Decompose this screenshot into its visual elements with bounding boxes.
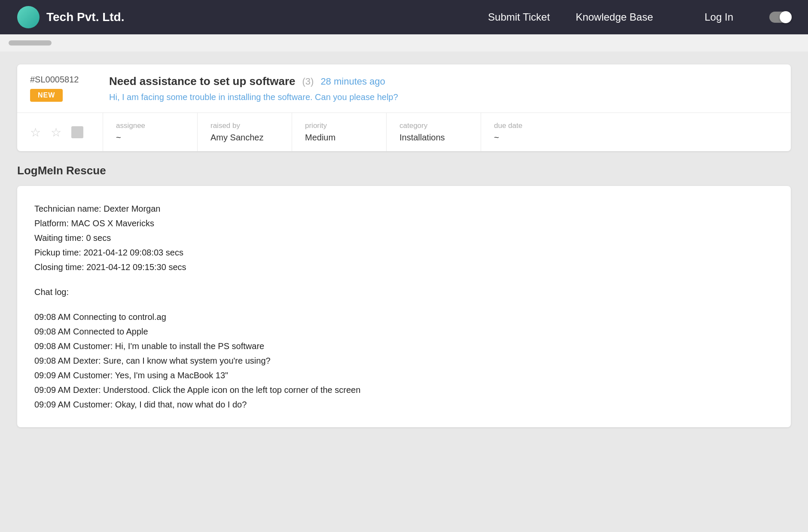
chat-line-5: 09:09 AM Dexter: Understood. Click the A… bbox=[34, 383, 774, 397]
category-value: Installations bbox=[399, 133, 468, 143]
ticket-header: #SL0005812 NEW Need assistance to set up… bbox=[17, 64, 791, 113]
ticket-id-area: #SL0005812 NEW bbox=[30, 75, 99, 102]
ticket-actions: ☆ ☆ bbox=[17, 113, 103, 151]
ticket-status-badge: NEW bbox=[30, 89, 63, 102]
ticket-title-row: Need assistance to set up software (3) 2… bbox=[109, 75, 778, 88]
ticket-title: Need assistance to set up software bbox=[109, 75, 295, 88]
ticket-reply-count: (3) bbox=[302, 76, 314, 87]
toggle-thumb bbox=[780, 11, 792, 23]
brand-logo bbox=[17, 6, 40, 28]
ticket-description: Hi, I am facing some trouble in installi… bbox=[109, 92, 778, 102]
log-spacer-2 bbox=[34, 299, 774, 310]
raised-by-label: raised by bbox=[210, 122, 279, 130]
log-line-waiting: Waiting time: 0 secs bbox=[34, 231, 774, 245]
nav-login[interactable]: Log In bbox=[704, 11, 733, 23]
field-due-date: due date ~ bbox=[481, 113, 576, 151]
field-category: category Installations bbox=[387, 113, 481, 151]
log-spacer-1 bbox=[34, 274, 774, 285]
toggle-track[interactable] bbox=[769, 12, 791, 23]
nav-submit-ticket[interactable]: Submit Ticket bbox=[488, 11, 550, 23]
logmein-section-title: LogMeIn Rescue bbox=[17, 164, 791, 177]
ticket-id: #SL0005812 bbox=[30, 75, 99, 85]
field-raised-by: raised by Amy Sanchez bbox=[198, 113, 292, 151]
ticket-info: Need assistance to set up software (3) 2… bbox=[109, 75, 778, 102]
scrollbar-track[interactable] bbox=[9, 40, 52, 46]
ticket-time: 28 minutes ago bbox=[320, 76, 385, 87]
log-line-closing: Closing time: 2021-04-12 09:15:30 secs bbox=[34, 260, 774, 274]
brand-title: Tech Pvt. Ltd. bbox=[46, 10, 125, 24]
chat-log-lines: 09:08 AM Connecting to control.ag 09:08 … bbox=[34, 310, 774, 412]
chat-line-4: 09:09 AM Customer: Yes, I'm using a MacB… bbox=[34, 368, 774, 383]
main-content: #SL0005812 NEW Need assistance to set up… bbox=[0, 52, 808, 440]
raised-by-value: Amy Sanchez bbox=[210, 133, 279, 143]
log-line-pickup: Pickup time: 2021-04-12 09:08:03 secs bbox=[34, 245, 774, 260]
scrollbar-area bbox=[0, 34, 808, 52]
field-priority: priority Medium bbox=[292, 113, 387, 151]
log-line-technician: Technician name: Dexter Morgan bbox=[34, 201, 774, 216]
chat-line-3: 09:08 AM Dexter: Sure, can I know what s… bbox=[34, 353, 774, 368]
header: Tech Pvt. Ltd. Submit Ticket Knowledge B… bbox=[0, 0, 808, 34]
log-card: Technician name: Dexter Morgan Platform:… bbox=[17, 186, 791, 427]
assignee-value: ~ bbox=[116, 133, 184, 143]
priority-value: Medium bbox=[305, 133, 373, 143]
star-icon-1[interactable]: ☆ bbox=[30, 125, 44, 139]
log-info-lines: Technician name: Dexter Morgan Platform:… bbox=[34, 201, 774, 274]
assignee-label: assignee bbox=[116, 122, 184, 130]
field-assignee: assignee ~ bbox=[103, 113, 198, 151]
star-icon-2[interactable]: ☆ bbox=[51, 125, 64, 139]
due-date-value: ~ bbox=[494, 133, 563, 143]
log-line-platform: Platform: MAC OS X Mavericks bbox=[34, 216, 774, 231]
checkbox-icon[interactable] bbox=[71, 126, 83, 138]
chat-log-label: Chat log: bbox=[34, 285, 774, 299]
ticket-meta-row: ☆ ☆ assignee ~ raised by Amy Sanchez pri… bbox=[17, 113, 791, 151]
chat-line-0: 09:08 AM Connecting to control.ag bbox=[34, 310, 774, 324]
due-date-label: due date bbox=[494, 122, 563, 130]
priority-label: priority bbox=[305, 122, 373, 130]
chat-line-6: 09:09 AM Customer: Okay, I did that, now… bbox=[34, 397, 774, 412]
chat-line-2: 09:08 AM Customer: Hi, I'm unable to ins… bbox=[34, 339, 774, 353]
ticket-card: #SL0005812 NEW Need assistance to set up… bbox=[17, 64, 791, 151]
chat-line-1: 09:08 AM Connected to Apple bbox=[34, 324, 774, 339]
header-nav: Submit Ticket Knowledge Base Log In bbox=[488, 11, 791, 23]
header-brand: Tech Pvt. Ltd. bbox=[17, 6, 488, 28]
theme-toggle[interactable] bbox=[769, 12, 791, 23]
category-label: category bbox=[399, 122, 468, 130]
nav-knowledge-base[interactable]: Knowledge Base bbox=[576, 11, 653, 23]
